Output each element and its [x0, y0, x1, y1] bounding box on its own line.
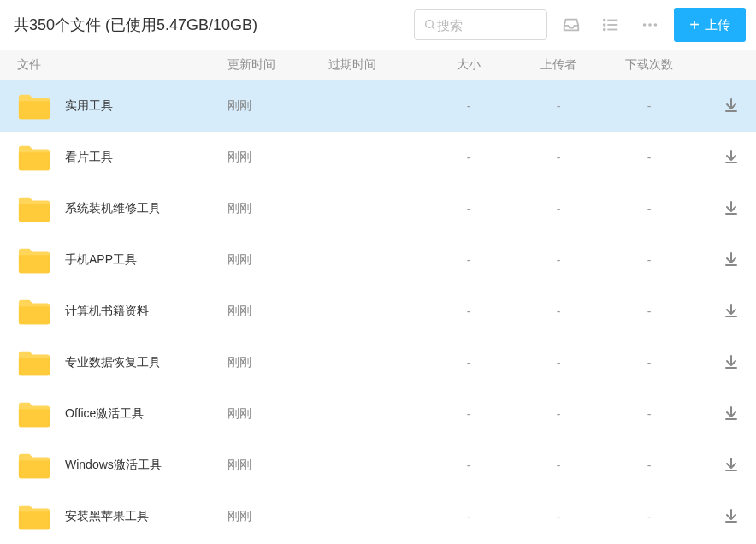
svg-point-7 [604, 29, 605, 31]
cell-updated: 刚刚 [227, 458, 328, 473]
download-button[interactable] [724, 98, 739, 113]
table-row[interactable]: Windows激活工具刚刚--- [0, 440, 756, 491]
file-name: 实用工具 [65, 98, 113, 114]
table-row[interactable]: Office激活工具刚刚--- [0, 388, 756, 440]
cell-updated: 刚刚 [227, 304, 328, 319]
file-name: Office激活工具 [65, 406, 144, 422]
col-downloads[interactable]: 下载次数 [604, 57, 694, 73]
more-button[interactable] [635, 9, 665, 40]
download-button[interactable] [724, 200, 739, 216]
download-icon [724, 303, 739, 318]
cell-downloads: - [604, 407, 694, 421]
col-file[interactable]: 文件 [17, 57, 227, 73]
table-row[interactable]: 手机APP工具刚刚--- [0, 234, 756, 286]
cell-downloads: - [604, 151, 694, 164]
col-updated[interactable]: 更新时间 [227, 57, 328, 73]
folder-icon [17, 297, 51, 326]
cell-downloads: - [604, 458, 694, 472]
cell-size: - [424, 510, 513, 523]
download-icon [724, 508, 739, 523]
download-button[interactable] [724, 354, 739, 370]
inbox-icon [562, 15, 581, 34]
table-row[interactable]: 看片工具刚刚--- [0, 132, 756, 183]
cell-uploader: - [513, 99, 604, 113]
cell-uploader: - [513, 151, 604, 164]
col-size[interactable]: 大小 [424, 57, 513, 73]
table-row[interactable]: 计算机书籍资料刚刚--- [0, 286, 756, 337]
folder-icon [17, 143, 51, 172]
more-icon [641, 15, 659, 34]
cell-size: - [424, 253, 513, 267]
file-name: 手机APP工具 [65, 252, 137, 268]
cell-size: - [424, 99, 513, 113]
download-button[interactable] [724, 508, 739, 523]
file-list: 实用工具刚刚---看片工具刚刚---系统装机维修工具刚刚---手机APP工具刚刚… [0, 80, 756, 542]
cell-updated: 刚刚 [227, 355, 328, 370]
folder-icon [17, 451, 51, 480]
download-icon [724, 354, 739, 370]
download-button[interactable] [724, 251, 739, 267]
col-uploader[interactable]: 上传者 [513, 57, 604, 73]
search-box[interactable] [414, 9, 547, 40]
cell-updated: 刚刚 [227, 150, 328, 165]
table-row[interactable]: 实用工具刚刚--- [0, 80, 756, 132]
cell-uploader: - [513, 510, 604, 523]
svg-point-10 [654, 23, 658, 27]
file-name: 专业数据恢复工具 [65, 355, 161, 370]
inbox-button[interactable] [556, 9, 587, 40]
cell-uploader: - [513, 458, 604, 472]
download-button[interactable] [724, 149, 739, 164]
download-icon [724, 405, 739, 421]
search-input[interactable] [437, 18, 538, 33]
cell-downloads: - [604, 253, 694, 267]
table-row[interactable]: 系统装机维修工具刚刚--- [0, 183, 756, 234]
cell-downloads: - [604, 356, 694, 370]
upload-button[interactable]: + 上传 [674, 8, 746, 42]
file-name: 系统装机维修工具 [65, 201, 161, 216]
folder-icon [17, 245, 51, 275]
column-header: 文件 更新时间 过期时间 大小 上传者 下载次数 [0, 50, 756, 80]
svg-point-8 [643, 23, 647, 27]
cell-updated: 刚刚 [227, 252, 328, 268]
storage-info: 共350个文件 (已使用5.47GB/10GB) [14, 15, 405, 35]
cell-downloads: - [604, 202, 694, 216]
file-name: Windows激活工具 [65, 458, 162, 473]
search-icon [423, 17, 437, 33]
cell-size: - [424, 407, 513, 421]
list-icon [601, 15, 620, 34]
upload-label: 上传 [705, 17, 730, 33]
folder-icon [17, 194, 51, 223]
cell-size: - [424, 305, 513, 318]
col-expired[interactable]: 过期时间 [328, 57, 424, 73]
cell-downloads: - [604, 305, 694, 318]
svg-line-1 [432, 27, 434, 29]
folder-icon [17, 92, 51, 121]
cell-uploader: - [513, 356, 604, 370]
cell-updated: 刚刚 [227, 201, 328, 216]
download-icon [724, 149, 739, 164]
download-icon [724, 98, 739, 113]
cell-updated: 刚刚 [227, 98, 328, 114]
cell-downloads: - [604, 99, 694, 113]
table-row[interactable]: 安装黑苹果工具刚刚--- [0, 491, 756, 542]
file-name: 安装黑苹果工具 [65, 509, 149, 524]
download-button[interactable] [724, 405, 739, 421]
download-icon [724, 251, 739, 267]
file-name: 看片工具 [65, 150, 113, 165]
download-button[interactable] [724, 303, 739, 318]
cell-uploader: - [513, 305, 604, 318]
cell-updated: 刚刚 [227, 509, 328, 524]
download-icon [724, 457, 739, 472]
folder-icon [17, 348, 51, 377]
cell-uploader: - [513, 407, 604, 421]
cell-size: - [424, 356, 513, 370]
list-view-button[interactable] [595, 9, 626, 40]
svg-point-5 [604, 20, 605, 21]
cell-size: - [424, 202, 513, 216]
svg-point-9 [648, 23, 652, 27]
top-bar: 共350个文件 (已使用5.47GB/10GB) + 上传 [0, 0, 756, 50]
download-button[interactable] [724, 457, 739, 472]
table-row[interactable]: 专业数据恢复工具刚刚--- [0, 337, 756, 388]
plus-icon: + [689, 16, 700, 33]
cell-size: - [424, 151, 513, 164]
